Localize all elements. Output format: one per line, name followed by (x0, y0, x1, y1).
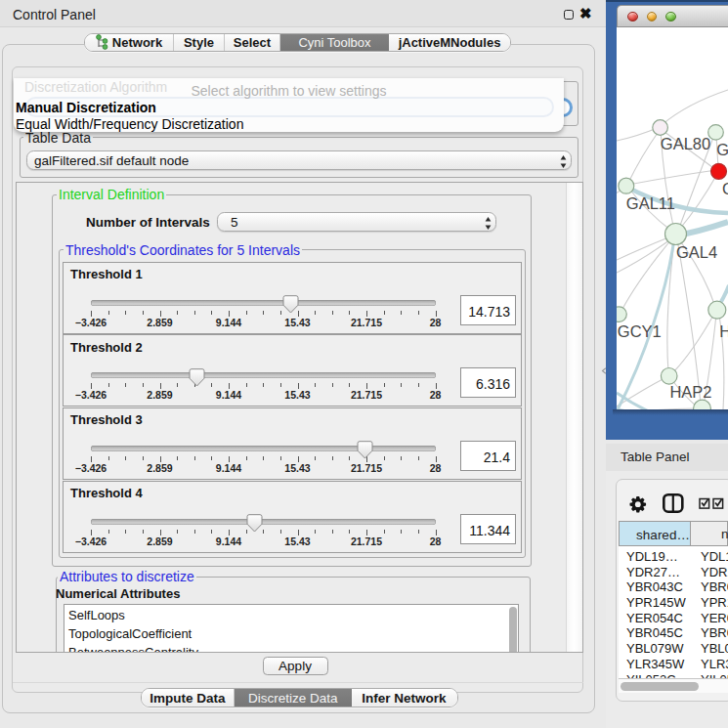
svg-text:HAP2: HAP2 (669, 383, 711, 401)
svg-text:GAL4: GAL4 (676, 243, 717, 261)
svg-text:GA: GA (716, 141, 728, 158)
svg-text:H: H (719, 322, 728, 340)
svg-text:C: C (722, 180, 728, 197)
svg-text:GCY1: GCY1 (618, 322, 662, 340)
svg-text:GAL11: GAL11 (626, 194, 675, 212)
svg-text:GAL80: GAL80 (661, 135, 710, 152)
